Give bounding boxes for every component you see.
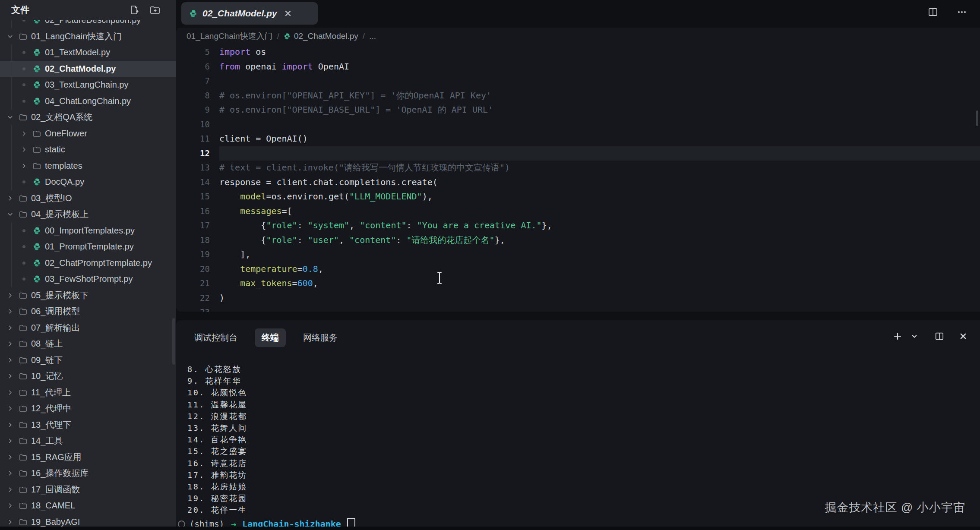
tree-item-label: 05_提示模板下 (31, 290, 89, 301)
close-panel-button[interactable] (957, 332, 970, 340)
chevron-right-icon[interactable] (3, 454, 16, 461)
tree-item-03_FewShotPrompt.py[interactable]: 03_FewShotPrompt.py (0, 271, 176, 287)
tree-item-07_解析输出[interactable]: 07_解析输出 (0, 320, 176, 336)
tree-item-02_ChatModel.py[interactable]: 02_ChatModel.py (0, 61, 176, 77)
chevron-right-icon[interactable] (3, 470, 16, 476)
tree-item-label: 03_TextLangChain.py (45, 80, 128, 90)
tree-item-static[interactable]: static (0, 142, 176, 158)
line-number: 21 (176, 276, 219, 291)
code-line-11[interactable]: 11client = OpenAI() (176, 132, 980, 146)
panel-tab-调试控制台[interactable]: 调试控制台 (187, 328, 244, 347)
chevron-right-icon[interactable] (3, 373, 16, 379)
code-line-19[interactable]: 19 ], (176, 247, 980, 262)
chevron-right-icon[interactable] (3, 195, 16, 202)
chevron-right-icon[interactable] (3, 357, 16, 363)
tab-02-chatmodel[interactable]: 02_ChatModel.py (181, 2, 318, 25)
tree-item-01_LangChain快速入门[interactable]: 01_LangChain快速入门 (0, 28, 176, 45)
tree-item-08_链上[interactable]: 08_链上 (0, 336, 176, 352)
file-tree[interactable]: 02_PictureDescription.py01_LangChain快速入门… (0, 12, 176, 527)
chevron-right-icon[interactable] (3, 422, 16, 428)
chevron-right-icon[interactable] (3, 341, 16, 347)
code-line-15[interactable]: 15 model=os.environ.get("LLM_MODELEND"), (176, 189, 980, 204)
tree-item-00_ImportTemplates.py[interactable]: 00_ImportTemplates.py (0, 223, 176, 239)
folder-icon (16, 324, 29, 331)
line-number: 20 (176, 262, 219, 277)
code-line-21[interactable]: 21 max_tokens=600, (176, 276, 980, 291)
tree-item-15_RAG应用[interactable]: 15_RAG应用 (0, 449, 176, 466)
tree-item-10_记忆[interactable]: 10_记忆 (0, 368, 176, 385)
tree-item-DocQA.py[interactable]: DocQA.py (0, 174, 176, 190)
tree-item-19_BabyAGI[interactable]: 19_BabyAGI (0, 514, 176, 527)
tree-item-05_提示模板下[interactable]: 05_提示模板下 (0, 287, 176, 304)
chevron-right-icon[interactable] (3, 405, 16, 412)
chevron-right-icon[interactable] (3, 308, 16, 315)
tree-item-03_模型IO[interactable]: 03_模型IO (0, 190, 176, 207)
tree-item-06_调用模型[interactable]: 06_调用模型 (0, 303, 176, 320)
new-file-button[interactable] (129, 4, 140, 16)
tree-item-label: 01_LangChain快速入门 (31, 31, 122, 42)
tree-item-12_代理中[interactable]: 12_代理中 (0, 401, 176, 417)
breadcrumb-more[interactable]: ... (369, 32, 376, 41)
chevron-right-icon[interactable] (3, 502, 16, 509)
terminal-dropdown-button[interactable] (908, 333, 920, 340)
tab-close-button[interactable] (284, 9, 292, 17)
chevron-right-icon[interactable] (3, 389, 16, 396)
panel-tab-网络服务[interactable]: 网络服务 (296, 328, 345, 347)
panel-tab-终端[interactable]: 终端 (255, 328, 286, 347)
code-line-13[interactable]: 13# text = client.invoke("请给我写一句情人节红玫瑰的中… (176, 161, 980, 175)
code-line-9[interactable]: 9# os.environ["OPENAI_BASE_URL"] = 'Open… (176, 103, 980, 117)
code-line-12[interactable]: 12 (176, 146, 980, 161)
tree-item-18_CAMEL[interactable]: 18_CAMEL (0, 498, 176, 514)
code-line-18[interactable]: 18 {"role": "user", "content": "请给我的花店起个… (176, 233, 980, 248)
chevron-right-icon[interactable] (3, 486, 16, 493)
chevron-right-icon[interactable] (17, 163, 30, 169)
code-line-10[interactable]: 10 (176, 117, 980, 132)
tree-item-11_代理上[interactable]: 11_代理上 (0, 385, 176, 401)
terminal-prompt[interactable]: (shims) → LangChain-shizhanke (178, 517, 980, 527)
code-line-6[interactable]: 6from openai import OpenAI (176, 60, 980, 74)
editor-scrollbar-thumb[interactable] (976, 110, 978, 126)
tree-item-templates[interactable]: templates (0, 158, 176, 174)
chevron-right-icon[interactable] (3, 519, 16, 525)
code-line-20[interactable]: 20 temperature=0.8, (176, 262, 980, 277)
code-line-17[interactable]: 17 {"role": "system", "content": "You ar… (176, 218, 980, 233)
tree-item-03_TextLangChain.py[interactable]: 03_TextLangChain.py (0, 77, 176, 93)
new-terminal-button[interactable] (890, 331, 905, 341)
tree-item-04_ChatLongChain.py[interactable]: 04_ChatLongChain.py (0, 93, 176, 110)
tree-item-16_操作数据库[interactable]: 16_操作数据库 (0, 465, 176, 482)
code-line-8[interactable]: 8# os.environ["OPENAI_API_KEY"] = '你的Ope… (176, 88, 980, 103)
breadcrumb-file[interactable]: 02_ChatModel.py (294, 32, 358, 41)
tree-item-02_文档QA系统[interactable]: 02_文档QA系统 (0, 109, 176, 126)
terminal-output[interactable]: 8. 心花怒放9. 花样年华10. 花颜悦色11. 温馨花屋12. 浪漫花都13… (187, 363, 980, 516)
chevron-down-icon[interactable] (3, 33, 16, 40)
tree-item-17_回调函数[interactable]: 17_回调函数 (0, 482, 176, 498)
more-actions-button[interactable] (956, 7, 968, 17)
sidebar-scrollbar-thumb[interactable] (172, 318, 175, 365)
split-editor-button[interactable] (927, 7, 939, 17)
code-line-14[interactable]: 14response = client.chat.completions.cre… (176, 175, 980, 190)
new-folder-button[interactable] (149, 4, 161, 16)
chevron-down-icon[interactable] (3, 211, 16, 218)
code-editor[interactable]: 5import os6from openai import OpenAI78# … (176, 45, 980, 312)
tree-item-01_PromptTemplate.py[interactable]: 01_PromptTemplate.py (0, 239, 176, 255)
code-line-5[interactable]: 5import os (176, 45, 980, 60)
chevron-down-icon[interactable] (3, 114, 16, 120)
chevron-right-icon[interactable] (3, 325, 16, 331)
tree-item-13_代理下[interactable]: 13_代理下 (0, 417, 176, 433)
code-line-16[interactable]: 16 messages=[ (176, 204, 980, 219)
code-line-22[interactable]: 22) (176, 291, 980, 306)
tree-item-04_提示模板上[interactable]: 04_提示模板上 (0, 206, 176, 223)
code-line-23[interactable]: 23 (176, 305, 980, 312)
breadcrumb-folder[interactable]: 01_LangChain快速入门 (187, 31, 273, 42)
chevron-right-icon[interactable] (17, 130, 30, 137)
tree-item-01_TextModel.py[interactable]: 01_TextModel.py (0, 44, 176, 61)
tree-item-OneFlower[interactable]: OneFlower (0, 126, 176, 142)
chevron-right-icon[interactable] (3, 438, 16, 444)
split-panel-button[interactable] (932, 331, 947, 341)
tree-item-14_工具[interactable]: 14_工具 (0, 433, 176, 449)
code-line-7[interactable]: 7 (176, 74, 980, 88)
chevron-right-icon[interactable] (17, 146, 30, 153)
tree-item-02_ChatPromptTemplate.py[interactable]: 02_ChatPromptTemplate.py (0, 255, 176, 271)
chevron-right-icon[interactable] (3, 292, 16, 299)
tree-item-09_链下[interactable]: 09_链下 (0, 352, 176, 369)
